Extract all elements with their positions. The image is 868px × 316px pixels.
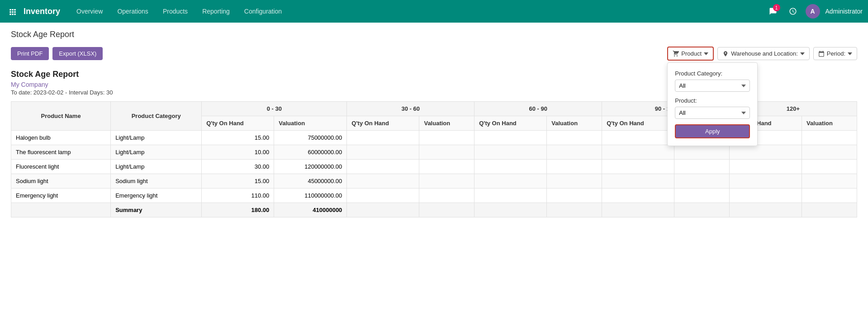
category-filter-label: Product Category: — [675, 70, 750, 77]
table-row: The fluorescent lamp Light/Lamp 10.00 60… — [11, 145, 857, 160]
summary-row: Summary 180.00 410000000 — [11, 203, 857, 217]
cell-val-120 — [802, 174, 857, 189]
export-xlsx-button[interactable]: Export (XLSX) — [52, 47, 103, 60]
cell-product-category: Emergency light — [111, 189, 202, 203]
user-avatar[interactable]: A — [806, 4, 820, 19]
cell-product-name: Halogen bulb — [11, 131, 111, 145]
sub-val-60-90: Valuation — [547, 116, 602, 131]
summary-val-30-60 — [419, 203, 474, 217]
cell-val-30-60 — [419, 145, 474, 160]
page-content: Stock Age Report Print PDF Export (XLSX)… — [0, 23, 868, 225]
cell-val-90-120 — [674, 189, 730, 203]
cell-val-0-30: 45000000.00 — [274, 174, 347, 189]
nav-right: 1 A Administrator — [766, 4, 863, 19]
range-60-90: 60 - 90 — [474, 102, 602, 116]
cell-qty-60-90 — [474, 189, 547, 203]
category-filter-select[interactable]: All — [675, 80, 750, 92]
cell-val-0-30: 60000000.00 — [274, 145, 347, 160]
cell-val-0-30: 75000000.00 — [274, 131, 347, 145]
product-filter-chevron — [704, 52, 708, 55]
cell-val-120 — [802, 145, 857, 160]
username-label[interactable]: Administrator — [825, 8, 863, 15]
clock-icon-btn[interactable] — [786, 4, 800, 19]
summary-qty-120 — [730, 203, 802, 217]
cell-val-90-120 — [674, 145, 730, 160]
cell-product-name: Emergency light — [11, 189, 111, 203]
cell-qty-0-30: 15.00 — [202, 131, 274, 145]
cell-qty-0-30: 10.00 — [202, 145, 274, 160]
summary-empty — [11, 203, 111, 217]
nav-configuration[interactable]: Configuration — [237, 0, 289, 23]
nav-operations[interactable]: Operations — [110, 0, 155, 23]
cell-qty-30-60 — [347, 189, 419, 203]
product-filter-button[interactable]: Product — [667, 47, 714, 61]
sub-qty-90-120: Q'ty On Hand — [602, 116, 674, 131]
cell-qty-120 — [730, 174, 802, 189]
cell-qty-0-30: 30.00 — [202, 160, 274, 174]
apply-button[interactable]: Apply — [675, 124, 750, 138]
cell-val-0-30: 120000000.00 — [274, 160, 347, 174]
cell-val-90-120 — [674, 160, 730, 174]
cell-qty-120 — [730, 189, 802, 203]
period-filter-button[interactable]: Period: — [813, 47, 857, 60]
cell-qty-60-90 — [474, 160, 547, 174]
sub-val-120: Valuation — [802, 116, 857, 131]
cell-product-category: Light/Lamp — [111, 160, 202, 174]
cell-qty-120 — [730, 160, 802, 174]
cell-product-name: Sodium light — [11, 174, 111, 189]
warehouse-chevron — [800, 52, 805, 55]
product-filter-select[interactable]: All — [675, 107, 750, 119]
cell-val-120 — [802, 131, 857, 145]
period-chevron — [848, 52, 852, 55]
product-filter-dropdown: Product Category: All Product: All Apply — [667, 62, 758, 146]
print-pdf-button[interactable]: Print PDF — [11, 47, 49, 60]
cell-val-0-30: 110000000.00 — [274, 189, 347, 203]
cell-val-60-90 — [547, 145, 602, 160]
sub-val-0-30: Valuation — [274, 116, 347, 131]
range-0-30: 0 - 30 — [202, 102, 347, 116]
cell-val-30-60 — [419, 160, 474, 174]
summary-label: Summary — [111, 203, 202, 217]
period-label: Period: — [827, 50, 845, 57]
product-filter-container: Product Product Category: All Product: A… — [667, 47, 714, 61]
cell-qty-30-60 — [347, 174, 419, 189]
warehouse-location-label: Warehouse and Location: — [731, 50, 798, 57]
cell-qty-90-120 — [602, 160, 674, 174]
summary-qty-60-90 — [474, 203, 547, 217]
table-row: Emergency light Emergency light 110.00 1… — [11, 189, 857, 203]
cell-val-90-120 — [674, 174, 730, 189]
table-row: Sodium light Sodium light 15.00 45000000… — [11, 174, 857, 189]
summary-val-90-120 — [674, 203, 730, 217]
nav-products[interactable]: Products — [156, 0, 195, 23]
cell-qty-90-120 — [602, 131, 674, 145]
page-title: Stock Age Report — [11, 30, 857, 39]
chat-badge: 1 — [773, 4, 780, 11]
summary-qty-0-30: 180.00 — [202, 203, 274, 217]
product-filter-label: Product — [681, 50, 702, 57]
nav-overview[interactable]: Overview — [69, 0, 110, 23]
nav-reporting[interactable]: Reporting — [195, 0, 237, 23]
cell-qty-30-60 — [347, 131, 419, 145]
calendar-icon — [818, 51, 825, 57]
cell-product-name: The fluorescent lamp — [11, 145, 111, 160]
apps-menu-icon[interactable] — [5, 4, 20, 19]
top-nav: Inventory Overview Operations Products R… — [0, 0, 868, 23]
cell-qty-60-90 — [474, 131, 547, 145]
cell-val-60-90 — [547, 174, 602, 189]
cell-qty-0-30: 15.00 — [202, 174, 274, 189]
filter-group: Product Product Category: All Product: A… — [667, 47, 857, 61]
chat-icon-btn[interactable]: 1 — [766, 4, 780, 19]
nav-brand[interactable]: Inventory — [24, 7, 60, 16]
toolbar: Print PDF Export (XLSX) Product Product … — [11, 47, 857, 61]
table-row: Fluorescent light Light/Lamp 30.00 12000… — [11, 160, 857, 174]
cell-qty-60-90 — [474, 145, 547, 160]
cell-product-category: Light/Lamp — [111, 145, 202, 160]
cell-val-30-60 — [419, 189, 474, 203]
cell-product-category: Light/Lamp — [111, 131, 202, 145]
sub-val-30-60: Valuation — [419, 116, 474, 131]
sub-qty-60-90: Q'ty On Hand — [474, 116, 547, 131]
cell-qty-30-60 — [347, 160, 419, 174]
warehouse-location-filter-button[interactable]: Warehouse and Location: — [717, 47, 810, 60]
cell-val-30-60 — [419, 174, 474, 189]
cell-val-60-90 — [547, 160, 602, 174]
